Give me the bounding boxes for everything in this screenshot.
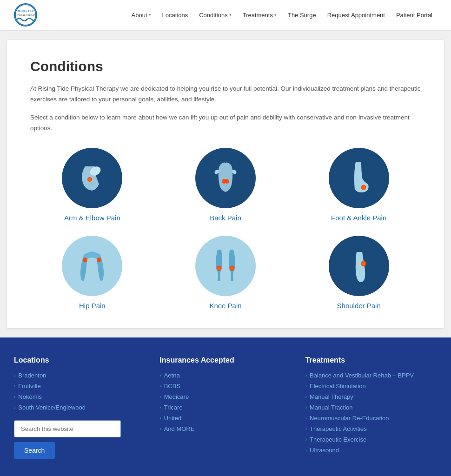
nav-treatments[interactable]: Treatments ▾ [238,8,281,22]
chevron-right-icon: › [159,383,161,389]
footer-insurance-bcbs[interactable]: › BCBS [159,383,291,390]
condition-label-shoulder-pain: Shoulder Pain [337,302,381,310]
condition-circle-foot-ankle [329,148,389,208]
condition-arm-elbow[interactable]: Arm & Elbow Pain [30,148,154,222]
conditions-grid: Arm & Elbow Pain [30,148,421,310]
nav-the-surge[interactable]: The Surge [283,8,321,22]
footer-treatment-manual-traction[interactable]: › Manual Traction [305,404,437,411]
search-area: Search [14,420,146,459]
logo-circle: RISING TIDE PHYSICAL THERAPY [14,3,37,26]
svg-text:PHYSICAL THERAPY: PHYSICAL THERAPY [15,14,36,16]
condition-label-arm-elbow: Arm & Elbow Pain [64,214,120,222]
nav-patient-portal[interactable]: Patient Portal [391,8,437,22]
chevron-right-icon: › [305,405,307,410]
footer-treatment-therapeutic-exercise[interactable]: › Therapeutic Exercise [305,436,437,443]
chevron-right-icon: › [159,416,161,421]
intro-paragraph-2: Select a condition below to learn more a… [30,112,421,134]
svg-point-6 [88,178,91,181]
svg-point-9 [225,179,229,184]
footer-treatment-bppv[interactable]: › Balance and Vestibular Rehab – BPPV [305,372,437,379]
footer-treatment-therapeutic-activities[interactable]: › Therapeutic Activities [305,425,437,432]
condition-foot-ankle[interactable]: Foot & Ankle Pain [297,148,421,222]
condition-shoulder-pain[interactable]: Shoulder Pain [297,236,421,310]
chevron-right-icon: › [305,416,307,421]
svg-point-20 [231,267,233,270]
chevron-right-icon: › [14,373,15,378]
footer-insurance-medicare[interactable]: › Medicare [159,393,291,400]
svg-point-19 [218,267,220,270]
footer-location-fruitville[interactable]: › Fruitville [14,383,146,390]
footer-insurances-title: Insurances Accepted [159,356,291,364]
condition-label-hip-pain: Hip Pain [79,302,106,310]
footer-location-nokomis[interactable]: › Nokomis [14,393,146,400]
condition-circle-back-pain [195,148,256,208]
footer-insurance-united[interactable]: › United [159,415,291,422]
page-title: Conditions [30,59,421,74]
chevron-right-icon: › [159,426,161,431]
intro-paragraph-1: At Rising Tide Physical Therapy we are d… [30,84,421,105]
chevron-right-icon: › [305,394,307,399]
chevron-right-icon: › [159,373,161,378]
search-button[interactable]: Search [14,442,55,459]
footer-locations-title: Locations [14,356,146,364]
footer-locations-column: Locations › Bradenton › Fruitville › Nok… [14,356,146,459]
condition-label-foot-ankle: Foot & Ankle Pain [331,214,386,222]
nav-request-appointment[interactable]: Request Appointment [323,8,390,22]
svg-point-15 [97,258,101,262]
chevron-down-icon: ▾ [149,13,151,17]
nav-locations[interactable]: Locations [158,8,193,22]
footer-insurance-aetna[interactable]: › Aetna [159,372,291,379]
chevron-down-icon: ▾ [274,13,277,17]
chevron-right-icon: › [305,437,307,442]
chevron-right-icon: › [159,405,161,410]
footer-location-bradenton[interactable]: › Bradenton [14,372,146,379]
footer-treatment-electrical-stimulation[interactable]: › Electrical Stimulation [305,383,437,390]
svg-point-16 [205,245,246,286]
svg-point-12 [362,186,365,189]
site-footer: Locations › Bradenton › Fruitville › Nok… [0,337,451,476]
site-header: RISING TIDE PHYSICAL THERAPY About ▾ Loc… [0,0,451,30]
condition-back-pain[interactable]: Back Pain [164,148,288,222]
footer-treatments-column: Treatments › Balance and Vestibular Reha… [305,356,437,459]
condition-label-back-pain: Back Pain [210,214,241,222]
condition-circle-shoulder-pain [329,236,389,296]
condition-circle-arm-elbow [62,148,122,208]
condition-circle-knee-pain [195,236,256,296]
chevron-right-icon: › [14,405,15,410]
footer-treatment-ultrasound[interactable]: › Ultrasound [305,447,437,454]
chevron-right-icon: › [305,448,307,453]
chevron-right-icon: › [305,426,307,431]
chevron-down-icon: ▾ [229,13,232,17]
chevron-right-icon: › [305,383,307,389]
footer-location-south-venice[interactable]: › South Venice/Englewood [14,404,146,411]
logo[interactable]: RISING TIDE PHYSICAL THERAPY [14,3,40,26]
condition-label-knee-pain: Knee Pain [209,302,241,310]
chevron-right-icon: › [14,383,15,389]
nav-about[interactable]: About ▾ [127,8,156,22]
chevron-right-icon: › [14,394,15,399]
svg-point-14 [83,258,87,262]
conditions-card: Conditions At Rising Tide Physical Thera… [7,40,444,328]
condition-hip-pain[interactable]: Hip Pain [30,236,154,310]
svg-text:RISING TIDE: RISING TIDE [17,9,35,13]
condition-knee-pain[interactable]: Knee Pain [164,236,288,310]
svg-point-23 [362,262,365,265]
footer-treatment-manual-therapy[interactable]: › Manual Therapy [305,393,437,400]
footer-insurances-column: Insurances Accepted › Aetna › BCBS › Med… [159,356,291,459]
footer-insurance-tricare[interactable]: › Tricare [159,404,291,411]
footer-treatments-title: Treatments [305,356,437,364]
chevron-right-icon: › [305,373,307,378]
main-content: Conditions At Rising Tide Physical Thera… [0,31,451,337]
footer-treatment-neuromuscular[interactable]: › Neuromuscular Re-Education [305,415,437,422]
nav-conditions[interactable]: Conditions ▾ [194,8,236,22]
footer-insurance-more[interactable]: › And MORE [159,425,291,432]
chevron-right-icon: › [159,394,161,399]
footer-grid: Locations › Bradenton › Fruitville › Nok… [14,356,437,459]
search-input[interactable] [14,420,121,437]
main-nav: About ▾ Locations Conditions ▾ Treatment… [127,8,437,22]
condition-circle-hip-pain [62,236,122,296]
